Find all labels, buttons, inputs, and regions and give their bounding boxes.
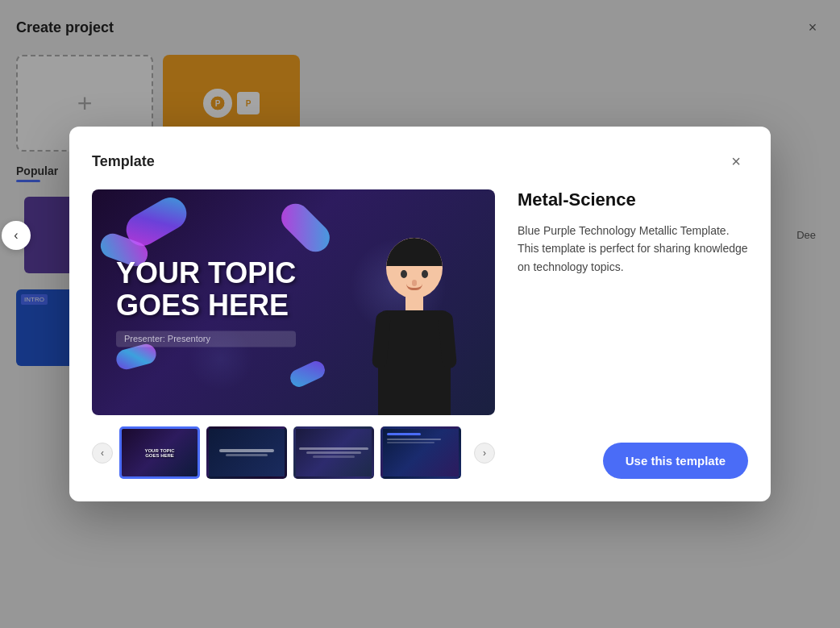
preview-text: YOUR TOPIC GOES HERE Presenter: Presento… (116, 257, 296, 347)
preview-panel: YOUR TOPIC GOES HERE Presenter: Presento… (92, 189, 495, 479)
modal-body: YOUR TOPIC GOES HERE Presenter: Presento… (92, 189, 748, 479)
thumb-3-content (296, 429, 372, 476)
thumbnail-1[interactable]: YOUR TOPICGOES HERE (119, 426, 200, 479)
avatar-eye-right (422, 270, 428, 278)
thumb-1-content: YOUR TOPICGOES HERE (122, 429, 198, 476)
avatar-head (386, 238, 443, 298)
use-template-button[interactable]: Use this template (603, 443, 748, 479)
presenter-avatar (350, 222, 479, 415)
template-name: Metal-Science (518, 189, 748, 210)
modal-title: Template (92, 153, 155, 170)
avatar-eye-left (401, 270, 407, 278)
template-modal: Template × (69, 127, 771, 501)
template-info: Metal-Science Blue Purple Technology Met… (518, 189, 748, 276)
thumbnails-row: ‹ YOUR TOPICGOES HERE (92, 426, 495, 479)
avatar-mouth (406, 284, 422, 290)
thumb-2-content (209, 429, 285, 476)
blob-decoration-5 (287, 359, 327, 390)
modal-overlay: Template × (0, 0, 840, 628)
avatar-hair (386, 238, 443, 266)
preview-heading-line1: YOUR TOPIC (116, 257, 296, 289)
thumbnail-4[interactable] (380, 426, 461, 479)
template-description: Blue Purple Technology Metallic Template… (518, 222, 748, 276)
thumbnails-prev-button[interactable]: ‹ (92, 443, 113, 464)
thumbnail-2[interactable] (206, 426, 287, 479)
info-panel: Metal-Science Blue Purple Technology Met… (518, 189, 748, 479)
thumbnail-3[interactable] (293, 426, 374, 479)
presenter-label: Presenter: Presentory (116, 331, 296, 347)
modal-header: Template × (92, 149, 748, 173)
preview-heading-line2: GOES HERE (116, 289, 296, 322)
main-preview-image: YOUR TOPIC GOES HERE Presenter: Presento… (92, 189, 495, 415)
blob-decoration-4 (276, 198, 335, 257)
thumbnails-next-button[interactable]: › (474, 443, 495, 464)
modal-close-button[interactable]: × (724, 149, 748, 173)
thumb-4-content (383, 429, 459, 476)
carousel-prev-button[interactable]: ‹ (2, 221, 31, 250)
thumbnails-container: YOUR TOPICGOES HERE (119, 426, 468, 479)
avatar-neck (405, 296, 423, 312)
